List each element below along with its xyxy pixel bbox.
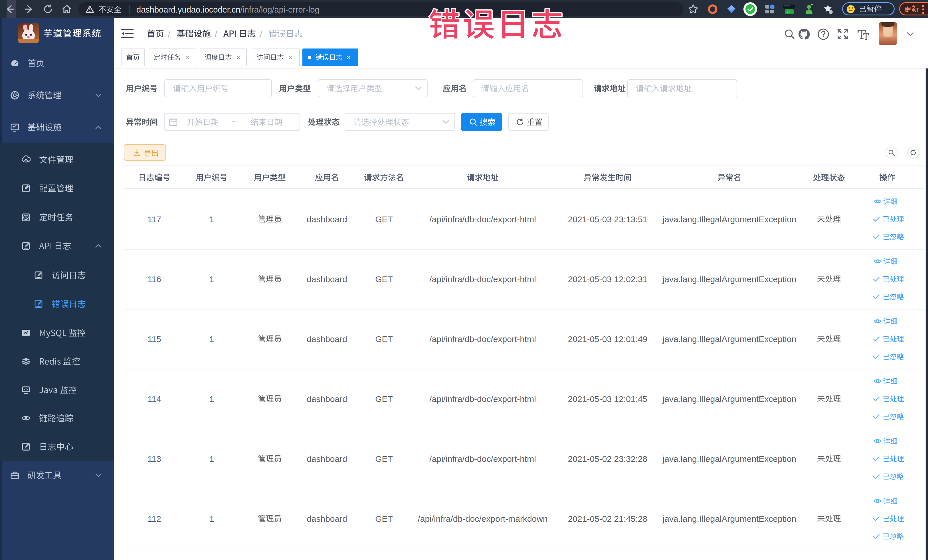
svg-text:on: on xyxy=(788,10,791,14)
